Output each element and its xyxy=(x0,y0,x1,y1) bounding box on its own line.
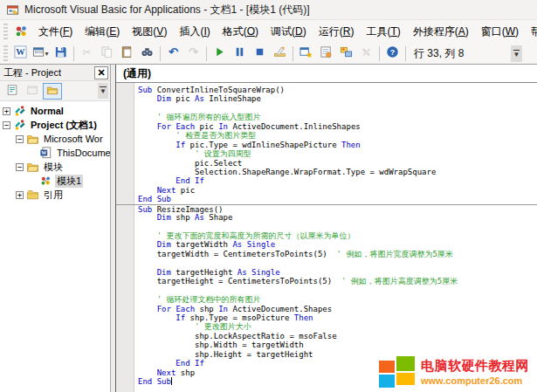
reset-icon xyxy=(253,45,266,61)
code-line[interactable]: ' 更改图片大小 xyxy=(116,322,537,331)
code-line[interactable]: Sub ConvertInlineToSquareWrap() xyxy=(116,86,537,94)
paste-button[interactable] xyxy=(118,45,136,62)
menubar-grip[interactable] xyxy=(3,24,8,39)
code-line[interactable]: Selection.ShapeRange.WrapFormat.Type = w… xyxy=(116,168,537,176)
code-line[interactable] xyxy=(116,104,537,113)
toggle-folders-button[interactable] xyxy=(43,83,62,100)
code-line[interactable]: targetHeight = CentimetersToPoints(5) ' … xyxy=(116,277,537,285)
tree-item-label: Microsoft Wor xyxy=(42,134,105,144)
toolbox-button[interactable] xyxy=(357,45,375,62)
tree-item-references[interactable]: +引用 xyxy=(0,188,110,202)
code-line[interactable]: Dim targetWidth As Single xyxy=(116,240,537,249)
find-icon xyxy=(141,45,154,61)
window-title: Microsoft Visual Basic for Applications … xyxy=(24,3,310,17)
menu-e[interactable]: 编辑(E) xyxy=(79,22,126,42)
tree-item-thisdocument[interactable]: WThisDocume xyxy=(0,146,110,160)
code-line[interactable]: End If xyxy=(116,176,537,185)
code-line[interactable]: targetWidth = CentimetersToPoints(5) ' 例… xyxy=(116,250,537,258)
tree-item-project-doc1[interactable]: −Project (文档1) xyxy=(0,118,110,132)
menu-bar: 文件(F)编辑(E)视图(V)插入(I)格式(O)调试(D)运行(R)工具(T)… xyxy=(0,20,537,43)
insert-userform-button[interactable]: ▾ xyxy=(31,45,50,62)
tree-item-module1[interactable]: 模块1 xyxy=(0,174,110,188)
copy-button[interactable] xyxy=(98,45,116,62)
menu-a[interactable]: 外接程序(A) xyxy=(407,22,475,42)
cursor-position-indicator: 行 33, 列 8 xyxy=(414,46,464,61)
code-line[interactable]: ' 检查是否为图片类型 xyxy=(116,131,537,140)
code-line[interactable]: For Each pic In ActiveDocument.InlineSha… xyxy=(116,122,537,131)
menu-r[interactable]: 运行(R) xyxy=(313,22,361,42)
code-line[interactable]: If pic.Type = wdInlineShapePicture Then xyxy=(116,141,537,149)
redo-button[interactable]: ↷ xyxy=(184,45,203,62)
menu-d[interactable]: 调试(D) xyxy=(265,22,313,42)
tree-item-label: Project (文档1) xyxy=(29,119,99,132)
toolbar-grip[interactable] xyxy=(3,45,8,61)
menu-w[interactable]: 窗口(W) xyxy=(475,22,525,42)
panel-options-button[interactable]: ▼ xyxy=(98,83,108,99)
save-button[interactable] xyxy=(52,45,70,62)
project-explorer-button[interactable] xyxy=(297,45,315,62)
break-button[interactable] xyxy=(231,45,249,62)
menubar-items: 文件(F)编辑(E)视图(V)插入(I)格式(O)调试(D)运行(R)工具(T)… xyxy=(32,22,537,42)
code-line[interactable] xyxy=(116,223,537,231)
code-line[interactable]: Dim shp As Shape xyxy=(116,213,537,222)
code-line[interactable]: Next pic xyxy=(116,186,537,195)
svg-text:↶: ↶ xyxy=(169,45,179,58)
run-button[interactable] xyxy=(210,45,229,62)
code-line[interactable]: pic.Select xyxy=(116,159,537,168)
tree-item-microsoft-word-objects[interactable]: −Microsoft Wor xyxy=(0,132,110,146)
view-object-button[interactable] xyxy=(23,83,42,100)
code-line[interactable] xyxy=(116,286,537,295)
tree-item-modules-folder[interactable]: −模块 xyxy=(0,160,110,174)
code-line[interactable] xyxy=(116,258,537,267)
properties-window-button[interactable] xyxy=(317,45,335,62)
cut-icon: ✂ xyxy=(80,45,93,61)
close-icon[interactable]: ✕ xyxy=(94,66,108,79)
view-code-button[interactable] xyxy=(3,83,22,100)
folder-closed-icon xyxy=(26,189,39,201)
expand-toggle-icon[interactable]: − xyxy=(16,135,24,143)
code-line[interactable]: If shp.Type = msoPicture Then xyxy=(116,313,537,322)
expand-toggle-icon[interactable]: − xyxy=(16,163,24,171)
logo-tile-cyan xyxy=(379,375,395,388)
toolbar-options-button[interactable]: ▼ xyxy=(511,45,522,62)
menu-i[interactable]: 插入(I) xyxy=(173,22,216,42)
svg-text:?: ? xyxy=(390,48,395,57)
code-line[interactable]: Dim pic As InlineShape xyxy=(116,94,537,103)
code-line[interactable]: ' 循环处理文档中的所有图片 xyxy=(116,295,537,304)
menu-t[interactable]: 工具(T) xyxy=(360,22,406,42)
reset-button[interactable] xyxy=(251,45,269,62)
help-icon: ? xyxy=(386,45,399,61)
module-window-icon[interactable] xyxy=(14,24,29,38)
code-line[interactable]: Sub ResizeImages() xyxy=(116,204,537,213)
find-button[interactable] xyxy=(138,45,156,62)
code-line[interactable]: shp.LockAspectRatio = msoFalse xyxy=(116,332,537,340)
code-line[interactable]: Dim targetHeight As Single xyxy=(116,268,537,277)
menu-o[interactable]: 格式(O) xyxy=(217,22,265,42)
code-line[interactable]: ' 更改下面的宽度和高度为所需的尺寸（以厘米为单位） xyxy=(116,231,537,240)
code-line[interactable]: For Each shp In ActiveDocument.Shapes xyxy=(116,305,537,313)
expand-toggle-icon[interactable]: + xyxy=(3,107,10,115)
expand-toggle-icon[interactable]: + xyxy=(16,191,24,199)
object-browser-button[interactable] xyxy=(337,45,355,62)
menu-f[interactable]: 文件(F) xyxy=(32,22,79,42)
code-line[interactable]: End Sub xyxy=(116,195,537,203)
menu-h[interactable]: 帮助(H) xyxy=(525,22,537,42)
code-line[interactable]: ' 设置为四周型 xyxy=(116,149,537,158)
toolbar: W▾✂↶↷? 行 33, 列 8 ▼ xyxy=(0,43,537,65)
project-panel-title: 工程 - Project xyxy=(3,66,61,79)
code-area[interactable]: Sub ConvertInlineToSquareWrap() Dim pic … xyxy=(116,83,537,392)
code-line[interactable]: ' 循环遍历所有的嵌入型图片 xyxy=(116,113,537,121)
view-word-button[interactable]: W xyxy=(11,45,30,62)
tree-item-normal[interactable]: +Normal xyxy=(0,104,110,118)
code-line[interactable]: shp.Width = targetWidth xyxy=(116,340,537,349)
expand-toggle-icon[interactable]: − xyxy=(3,121,10,129)
vba-project-icon xyxy=(13,105,26,117)
help-button[interactable]: ? xyxy=(383,45,402,62)
design-mode-button[interactable] xyxy=(271,45,289,62)
code-window: (通用) Sub ConvertInlineToSquareWrap() Dim… xyxy=(115,65,537,392)
cut-button[interactable]: ✂ xyxy=(78,45,96,62)
menu-v[interactable]: 视图(V) xyxy=(126,22,173,42)
project-tree: +Normal−Project (文档1)−Microsoft WorWThis… xyxy=(0,101,110,392)
undo-button[interactable]: ↶ xyxy=(164,45,182,62)
object-dropdown[interactable]: (通用) xyxy=(116,65,537,83)
